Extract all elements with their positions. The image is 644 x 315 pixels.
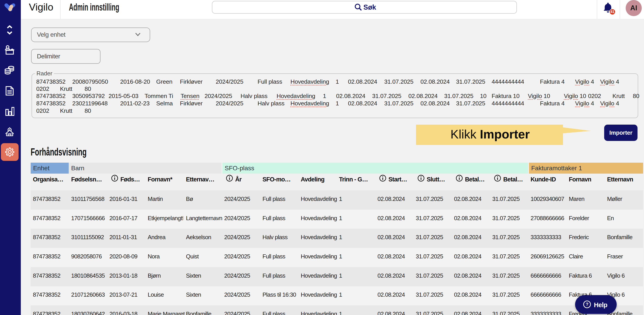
- svg-text:?: ?: [586, 302, 588, 307]
